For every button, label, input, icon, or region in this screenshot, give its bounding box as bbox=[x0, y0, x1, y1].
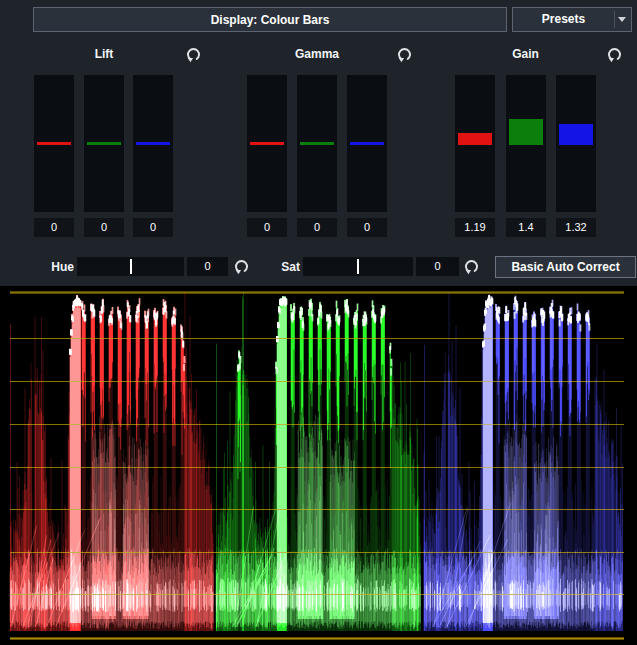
lift-green-value[interactable]: 0 bbox=[84, 218, 124, 237]
hue-slider[interactable] bbox=[77, 257, 184, 276]
lift-section-label: Lift bbox=[34, 47, 174, 61]
lift-reset-icon[interactable] bbox=[185, 46, 202, 63]
hue-label: Hue bbox=[40, 260, 74, 274]
sat-value[interactable]: 0 bbox=[416, 257, 459, 276]
lift-red-value[interactable]: 0 bbox=[34, 218, 74, 237]
gain-blue-value[interactable]: 1.32 bbox=[556, 218, 596, 237]
gain-section-label: Gain bbox=[455, 47, 596, 61]
colour-correction-panel: Display: Colour Bars Presets Lift Gamma … bbox=[0, 0, 637, 645]
gamma-blue-slider[interactable] bbox=[347, 75, 387, 212]
basic-auto-correct-label: Basic Auto Correct bbox=[496, 257, 635, 277]
hue-slider-handle[interactable] bbox=[130, 259, 132, 274]
presets-dropdown[interactable]: Presets bbox=[512, 7, 632, 32]
lift-blue-slider[interactable] bbox=[133, 75, 173, 212]
lift-green-handle[interactable] bbox=[87, 142, 121, 145]
lift-red-handle[interactable] bbox=[37, 142, 71, 145]
gamma-red-slider[interactable] bbox=[247, 75, 287, 212]
chevron-down-icon[interactable] bbox=[618, 17, 626, 22]
gamma-blue-handle[interactable] bbox=[350, 142, 384, 145]
gain-red-value[interactable]: 1.19 bbox=[455, 218, 495, 237]
gamma-green-value[interactable]: 0 bbox=[297, 218, 337, 237]
display-source-label: Display: Colour Bars bbox=[34, 8, 506, 31]
gain-green-slider[interactable] bbox=[506, 75, 546, 212]
gain-blue-slider[interactable] bbox=[556, 75, 596, 212]
gain-red-handle[interactable] bbox=[458, 133, 492, 145]
display-source-button[interactable]: Display: Colour Bars bbox=[33, 7, 507, 32]
lift-blue-value[interactable]: 0 bbox=[133, 218, 173, 237]
gain-green-value[interactable]: 1.4 bbox=[506, 218, 546, 237]
sat-label: Sat bbox=[268, 260, 300, 274]
basic-auto-correct-button[interactable]: Basic Auto Correct bbox=[495, 256, 636, 278]
lift-green-slider[interactable] bbox=[84, 75, 124, 212]
gamma-green-handle[interactable] bbox=[300, 142, 334, 145]
gamma-section-label: Gamma bbox=[247, 47, 387, 61]
waveform-scope bbox=[0, 286, 637, 645]
presets-divider bbox=[614, 11, 615, 28]
hue-reset-icon[interactable] bbox=[233, 258, 250, 275]
hue-value[interactable]: 0 bbox=[187, 257, 228, 276]
gain-green-handle[interactable] bbox=[509, 119, 543, 145]
sat-slider-handle[interactable] bbox=[357, 259, 359, 274]
gamma-blue-value[interactable]: 0 bbox=[347, 218, 387, 237]
lift-blue-handle[interactable] bbox=[136, 142, 170, 145]
presets-label: Presets bbox=[513, 8, 614, 31]
gamma-red-handle[interactable] bbox=[250, 142, 284, 145]
gain-reset-icon[interactable] bbox=[606, 46, 623, 63]
lift-red-slider[interactable] bbox=[34, 75, 74, 212]
gamma-reset-icon[interactable] bbox=[396, 46, 413, 63]
sat-slider[interactable] bbox=[303, 257, 413, 276]
gamma-red-value[interactable]: 0 bbox=[247, 218, 287, 237]
gain-red-slider[interactable] bbox=[455, 75, 495, 212]
gain-blue-handle[interactable] bbox=[559, 124, 593, 145]
sat-reset-icon[interactable] bbox=[463, 258, 480, 275]
gamma-green-slider[interactable] bbox=[297, 75, 337, 212]
